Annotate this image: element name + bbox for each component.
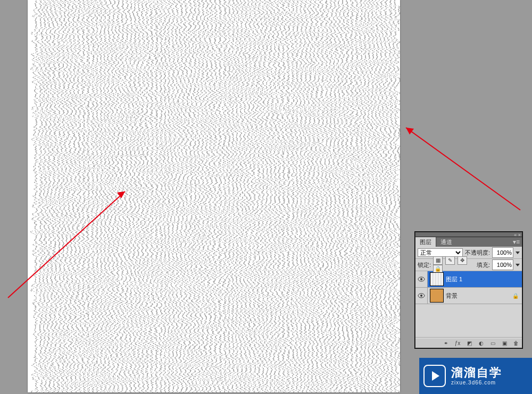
svg-point-91 xyxy=(420,278,422,280)
layers-panel[interactable]: « × 图层 通道 ▾≡ 正常 不透明度: 锁定: ▦ ✎ ✥ 🔒 填充: xyxy=(415,232,522,348)
opacity-label: 不透明度: xyxy=(465,249,490,257)
mask-icon[interactable]: ◩ xyxy=(465,339,473,347)
blend-mode-select[interactable]: 正常 xyxy=(418,248,463,257)
lock-transparent-icon[interactable]: ▦ xyxy=(433,256,443,265)
tab-channels[interactable]: 通道 xyxy=(436,237,456,247)
link-layers-icon[interactable]: ⚭ xyxy=(442,339,450,347)
svg-marker-89 xyxy=(406,128,414,135)
svg-line-88 xyxy=(406,128,520,210)
lock-icons-group: ▦ ✎ ✥ 🔒 xyxy=(433,256,472,273)
fill-flyout-icon[interactable] xyxy=(516,264,520,266)
tab-layers[interactable]: 图层 xyxy=(415,237,436,247)
visibility-toggle[interactable] xyxy=(415,271,428,287)
document-canvas[interactable] xyxy=(28,0,400,392)
opacity-flyout-icon[interactable] xyxy=(516,252,520,254)
annotation-arrow-right xyxy=(398,120,531,215)
trash-icon[interactable]: 🗑 xyxy=(512,339,520,347)
brand-domain: zixue.3d66.com xyxy=(451,380,502,385)
fill-input[interactable] xyxy=(492,259,513,270)
new-layer-icon[interactable]: ▣ xyxy=(500,339,509,347)
brand-watermark: 溜溜自学 zixue.3d66.com xyxy=(419,358,532,394)
layer-thumbnail[interactable] xyxy=(430,272,444,286)
lock-icon: 🔒 xyxy=(512,293,519,299)
wood-grain-texture xyxy=(28,0,400,392)
opacity-input[interactable] xyxy=(492,247,513,258)
layer-name[interactable]: 背景 xyxy=(446,292,512,300)
brand-title: 溜溜自学 xyxy=(451,366,502,379)
adjustment-icon[interactable]: ◐ xyxy=(477,339,485,347)
play-icon xyxy=(423,365,446,387)
layer-row[interactable]: 背景 🔒 xyxy=(415,288,522,304)
group-icon[interactable]: ▭ xyxy=(488,339,497,347)
panel-menu-icon[interactable]: ▾≡ xyxy=(511,237,522,247)
lock-label: 锁定: xyxy=(418,261,431,269)
lock-pixels-icon[interactable]: ✎ xyxy=(445,256,455,265)
fill-label: 填充: xyxy=(477,261,490,269)
layers-panel-footer: ⚭ ƒx ◩ ◐ ▭ ▣ 🗑 xyxy=(415,338,522,348)
layer-list-empty-area[interactable] xyxy=(415,304,522,338)
layer-row[interactable]: 图层 1 xyxy=(415,271,522,288)
visibility-toggle[interactable] xyxy=(415,288,428,304)
lock-position-icon[interactable]: ✥ xyxy=(458,256,467,265)
layer-thumbnail[interactable] xyxy=(430,289,444,303)
collapse-icon[interactable]: « × xyxy=(514,232,521,238)
svg-point-93 xyxy=(420,295,422,297)
panel-grip[interactable]: « × xyxy=(415,232,522,237)
layer-list: 图层 1 背景 🔒 xyxy=(415,271,522,304)
layer-name[interactable]: 图层 1 xyxy=(446,275,522,283)
fx-icon[interactable]: ƒx xyxy=(453,339,462,347)
